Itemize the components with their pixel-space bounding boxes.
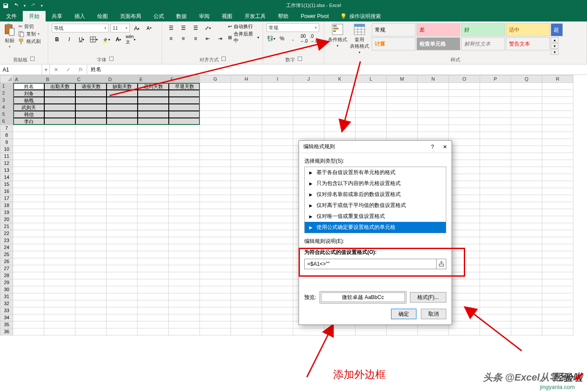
cell-P26[interactable] — [480, 258, 511, 265]
cell-R22[interactable] — [542, 230, 573, 237]
cell-Q8[interactable] — [511, 132, 542, 139]
align-launcher-icon[interactable] — [221, 57, 226, 61]
cell-B15[interactable] — [44, 181, 75, 188]
cell-E32[interactable] — [138, 300, 169, 307]
cell-H8[interactable] — [231, 132, 262, 139]
cell-G9[interactable] — [200, 139, 231, 146]
col-header-L[interactable]: L — [356, 75, 387, 83]
cell-F35[interactable] — [169, 321, 200, 328]
cell-F12[interactable] — [169, 160, 200, 167]
cell-L7[interactable] — [356, 125, 387, 132]
cell-R36[interactable] — [542, 328, 573, 335]
rule-type-5[interactable]: ► 使用公式确定要设置格式的单元格 — [305, 222, 446, 233]
cell-F17[interactable] — [169, 195, 200, 202]
cell-O14[interactable] — [449, 174, 480, 181]
select-all-corner[interactable] — [0, 75, 13, 83]
cell-H32[interactable] — [231, 300, 262, 307]
cell-Q2[interactable] — [511, 90, 542, 97]
cell-Q21[interactable] — [511, 223, 542, 230]
row-header-28[interactable]: 28 — [0, 272, 13, 279]
cell-B16[interactable] — [44, 188, 75, 195]
cell-R7[interactable] — [542, 125, 573, 132]
cell-L6[interactable] — [356, 118, 387, 125]
cell-I7[interactable] — [262, 125, 293, 132]
cell-O10[interactable] — [449, 146, 480, 153]
row-header-1[interactable]: 1 — [0, 83, 13, 90]
border-button[interactable]: ▾ — [89, 35, 99, 44]
cell-E36[interactable] — [138, 328, 169, 335]
cell-M8[interactable] — [387, 132, 418, 139]
cell-D24[interactable] — [107, 244, 138, 251]
cell-G31[interactable] — [200, 293, 231, 300]
cell-E16[interactable] — [138, 188, 169, 195]
cell-E11[interactable] — [138, 153, 169, 160]
cell-O23[interactable] — [449, 237, 480, 244]
cell-B7[interactable] — [44, 125, 75, 132]
cell-C2[interactable] — [75, 90, 107, 97]
cell-P28[interactable] — [480, 272, 511, 279]
style-hyperlink[interactable]: 超 — [551, 23, 563, 36]
cell-F30[interactable] — [169, 286, 200, 293]
cell-I9[interactable] — [262, 139, 293, 146]
cell-G3[interactable] — [200, 97, 231, 104]
cell-R10[interactable] — [542, 146, 573, 153]
cell-R3[interactable] — [542, 97, 573, 104]
cell-H34[interactable] — [231, 314, 262, 321]
cell-C16[interactable] — [75, 188, 107, 195]
cell-P6[interactable] — [480, 118, 511, 125]
cell-N4[interactable] — [418, 104, 449, 111]
col-header-C[interactable]: C — [75, 75, 107, 84]
cell-M36[interactable] — [387, 328, 418, 335]
cell-G16[interactable] — [200, 188, 231, 195]
cell-O31[interactable] — [449, 293, 480, 300]
cell-I30[interactable] — [262, 286, 293, 293]
cell-G7[interactable] — [200, 125, 231, 132]
cell-Q26[interactable] — [511, 258, 542, 265]
font-name-select[interactable]: 等线▾ — [52, 24, 109, 32]
cell-I19[interactable] — [262, 209, 293, 216]
cell-G22[interactable] — [200, 230, 231, 237]
cell-M3[interactable] — [387, 97, 418, 104]
gallery-down-icon[interactable]: ▾ — [551, 43, 559, 49]
cell-N1[interactable] — [418, 83, 449, 90]
cell-H36[interactable] — [231, 328, 262, 335]
cell-H15[interactable] — [231, 181, 262, 188]
cell-P35[interactable] — [480, 321, 511, 328]
close-icon[interactable]: ✕ — [443, 144, 447, 150]
cell-C30[interactable] — [75, 286, 107, 293]
cell-P18[interactable] — [480, 202, 511, 209]
cell-G4[interactable] — [200, 104, 231, 111]
cell-H17[interactable] — [231, 195, 262, 202]
cell-B10[interactable] — [44, 146, 75, 153]
cell-A19[interactable] — [13, 209, 44, 216]
cell-O29[interactable] — [449, 279, 480, 286]
cell-H12[interactable] — [231, 160, 262, 167]
row-header-21[interactable]: 21 — [0, 223, 13, 230]
cell-E34[interactable] — [138, 314, 169, 321]
cell-F3[interactable] — [169, 97, 200, 104]
cell-D25[interactable] — [107, 251, 138, 258]
cell-B34[interactable] — [44, 314, 75, 321]
cell-R17[interactable] — [542, 195, 573, 202]
align-top-icon[interactable]: ☰ — [166, 23, 176, 33]
cell-Q22[interactable] — [511, 230, 542, 237]
cell-C31[interactable] — [75, 293, 107, 300]
cell-Q16[interactable] — [511, 188, 542, 195]
cell-P33[interactable] — [480, 307, 511, 314]
rule-type-2[interactable]: ► 仅对排名靠前或靠后的数值设置格式 — [305, 189, 446, 200]
tell-me-search[interactable]: 💡 操作说明搜索 — [335, 11, 381, 21]
row-header-30[interactable]: 30 — [0, 286, 13, 293]
comma-format-icon[interactable]: , — [288, 34, 298, 43]
cell-A13[interactable] — [13, 167, 44, 174]
cell-B8[interactable] — [44, 132, 75, 139]
cell-Q7[interactable] — [511, 125, 542, 132]
cell-F25[interactable] — [169, 251, 200, 258]
cell-A32[interactable] — [13, 300, 44, 307]
cell-E14[interactable] — [138, 174, 169, 181]
cell-M7[interactable] — [387, 125, 418, 132]
cell-D31[interactable] — [107, 293, 138, 300]
cell-Q15[interactable] — [511, 181, 542, 188]
cell-O34[interactable] — [449, 314, 480, 321]
cell-Q18[interactable] — [511, 202, 542, 209]
cell-K8[interactable] — [324, 132, 356, 139]
